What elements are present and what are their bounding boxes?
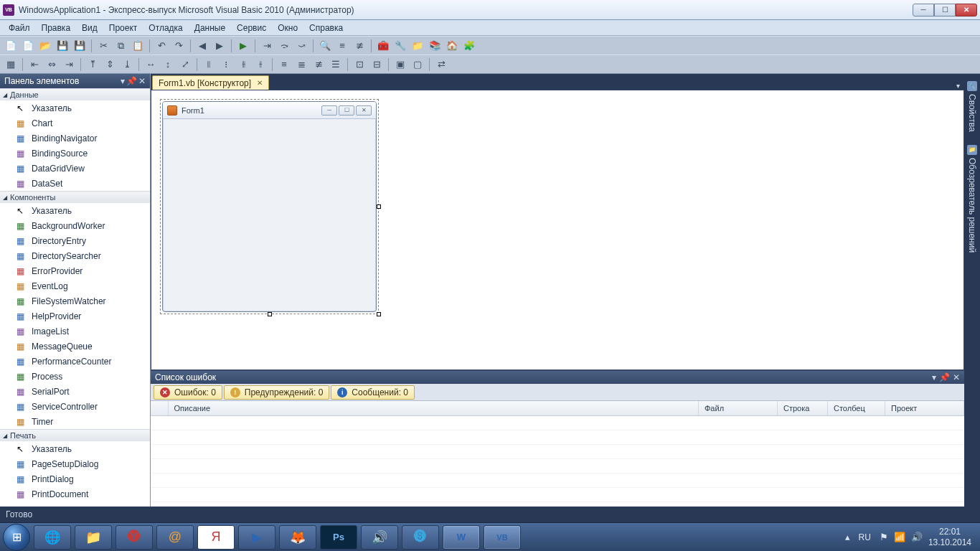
- toolbox-group[interactable]: ◢Печать: [0, 429, 150, 441]
- form-selection[interactable]: Form1 ─ ☐ ✕: [160, 99, 379, 314]
- task-volume[interactable]: 🔊: [361, 525, 398, 550]
- task-visualstudio[interactable]: VB: [484, 525, 521, 550]
- menu-файл[interactable]: Файл: [3, 22, 36, 34]
- toolbox-item[interactable]: ▦Timer: [0, 414, 150, 429]
- same-width-button[interactable]: ↔: [143, 57, 159, 72]
- toolbox-group[interactable]: ◢Данные: [0, 88, 150, 100]
- undo-button[interactable]: ↶: [154, 38, 169, 54]
- error-column-header[interactable]: Столбец: [828, 401, 885, 416]
- add-item-button[interactable]: 📄: [20, 38, 36, 54]
- error-list-table[interactable]: ОписаниеФайлСтрокаСтолбецПроект: [151, 401, 964, 507]
- paste-button[interactable]: 📋: [130, 38, 146, 54]
- doc-tab-close-icon[interactable]: ✕: [257, 79, 263, 87]
- toolbox-item[interactable]: ▦ImageList: [0, 324, 150, 339]
- error-list-dropdown-icon[interactable]: ▾: [932, 372, 936, 382]
- new-project-button[interactable]: 📄: [3, 38, 19, 54]
- toolbox-close-icon[interactable]: ✕: [138, 76, 146, 86]
- same-size-button[interactable]: ⤢: [177, 57, 193, 72]
- align-left-button[interactable]: ⇤: [27, 57, 42, 72]
- align-center-button[interactable]: ⇔: [44, 57, 60, 72]
- errors-filter-button[interactable]: ✕ Ошибок: 0: [154, 385, 222, 400]
- step-out-button[interactable]: ⤻: [293, 38, 309, 54]
- error-list-close-icon[interactable]: ✕: [953, 372, 960, 382]
- toolbox-item[interactable]: ▦Chart: [0, 116, 150, 131]
- save-button[interactable]: 💾: [55, 38, 70, 54]
- menu-отладка[interactable]: Отладка: [143, 22, 188, 34]
- toolbox-button[interactable]: 🧰: [375, 38, 391, 54]
- save-all-button[interactable]: 💾: [72, 38, 88, 54]
- solution-explorer-tab[interactable]: 📁 Обозреватель решений: [966, 141, 979, 257]
- menu-вид[interactable]: Вид: [76, 22, 103, 34]
- hspace-equal-button[interactable]: ⫴: [201, 57, 217, 72]
- start-page-button[interactable]: 🏠: [444, 38, 460, 54]
- toolbox-group[interactable]: ◢Компоненты: [0, 191, 150, 203]
- vspace-remove-button[interactable]: ☰: [328, 57, 344, 72]
- toolbox-item[interactable]: ▦PerformanceCounter: [0, 354, 150, 369]
- task-chrome[interactable]: 🌐: [34, 525, 71, 550]
- toolbox-item[interactable]: ▦BindingSource: [0, 146, 150, 161]
- toolbox-item[interactable]: ▦DataSet: [0, 176, 150, 191]
- align-middle-button[interactable]: ⇕: [102, 57, 118, 72]
- form-window[interactable]: Form1 ─ ☐ ✕: [162, 101, 377, 312]
- task-firefox[interactable]: 🦊: [279, 525, 316, 550]
- toolbox-item[interactable]: ▦ErrorProvider: [0, 263, 150, 278]
- menu-сервис[interactable]: Сервис: [231, 22, 272, 34]
- resize-handle-e[interactable]: [377, 204, 381, 209]
- step-into-button[interactable]: ⇥: [259, 38, 275, 54]
- resize-handle-se[interactable]: [377, 312, 381, 316]
- toolbox-item[interactable]: ▦FileSystemWatcher: [0, 293, 150, 309]
- task-skype[interactable]: 🅢: [402, 525, 439, 550]
- tray-network-icon[interactable]: 📶: [894, 532, 905, 542]
- toolbox-item[interactable]: ▦HelpProvider: [0, 309, 150, 324]
- error-column-header[interactable]: Проект: [885, 401, 964, 416]
- error-list-pin-icon[interactable]: 📌: [939, 372, 950, 382]
- toolbox-item[interactable]: ▦PrintDocument: [0, 486, 150, 501]
- error-column-header[interactable]: [151, 401, 168, 416]
- comment-button[interactable]: ≡: [334, 38, 350, 54]
- align-grid-button[interactable]: ▦: [3, 57, 19, 72]
- error-column-header[interactable]: Файл: [699, 401, 778, 416]
- same-height-button[interactable]: ↕: [160, 57, 176, 72]
- align-right-button[interactable]: ⇥: [61, 57, 77, 72]
- props-button[interactable]: 🔧: [392, 38, 408, 54]
- tray-show-hidden-icon[interactable]: ▴: [845, 532, 850, 542]
- run-button[interactable]: ▶: [235, 38, 251, 54]
- toolbox-item[interactable]: ▦BindingNavigator: [0, 131, 150, 146]
- start-button[interactable]: ⊞: [3, 524, 30, 551]
- toolbox-item[interactable]: ▦BackgroundWorker: [0, 218, 150, 233]
- solution-button[interactable]: 📁: [410, 38, 425, 54]
- task-yandex[interactable]: 🅨: [116, 525, 153, 550]
- redo-button[interactable]: ↷: [171, 38, 187, 54]
- task-mail[interactable]: @: [156, 525, 194, 550]
- menu-правка[interactable]: Правка: [36, 22, 77, 34]
- obj-browser-button[interactable]: 📚: [427, 38, 443, 54]
- find-button[interactable]: 🔍: [317, 38, 333, 54]
- resize-handle-s[interactable]: [268, 312, 272, 316]
- menu-справка[interactable]: Справка: [303, 22, 349, 34]
- uncomment-button[interactable]: ≢: [352, 38, 367, 54]
- nav-back-button[interactable]: ◀: [194, 38, 210, 54]
- task-explorer[interactable]: 📁: [75, 525, 112, 550]
- hspace-dec-button[interactable]: ⫵: [235, 57, 251, 72]
- toolbox-pin-icon[interactable]: 📌: [126, 76, 137, 86]
- toolbox-body[interactable]: ◢Данные↖Указатель▦Chart▦BindingNavigator…: [0, 88, 150, 507]
- toolbox-item[interactable]: ▦Process: [0, 369, 150, 384]
- toolbox-item[interactable]: ↖Указатель: [0, 441, 150, 456]
- task-word[interactable]: W: [443, 525, 480, 550]
- error-column-header[interactable]: Строка: [778, 401, 828, 416]
- center-h-button[interactable]: ⊡: [352, 57, 367, 72]
- tray-clock[interactable]: 22:01 13.10.2014: [928, 527, 971, 547]
- toolbox-item[interactable]: ↖Указатель: [0, 100, 150, 116]
- tab-order-button[interactable]: ⇄: [433, 57, 449, 72]
- vspace-dec-button[interactable]: ≢: [311, 57, 326, 72]
- warnings-filter-button[interactable]: ! Предупреждений: 0: [224, 385, 330, 400]
- doc-tabs-dropdown-icon[interactable]: ▾: [952, 82, 964, 90]
- hspace-remove-button[interactable]: ⫳: [253, 57, 268, 72]
- menu-окно[interactable]: Окно: [272, 22, 303, 34]
- task-yandex2[interactable]: Я: [197, 525, 235, 550]
- send-back-button[interactable]: ▢: [410, 57, 425, 72]
- toolbox-item[interactable]: ▦ServiceController: [0, 399, 150, 414]
- properties-tab[interactable]: 🔧 Свойства: [966, 77, 979, 136]
- close-button[interactable]: ✕: [956, 4, 977, 17]
- toolbox-item[interactable]: ▦PageSetupDialog: [0, 456, 150, 471]
